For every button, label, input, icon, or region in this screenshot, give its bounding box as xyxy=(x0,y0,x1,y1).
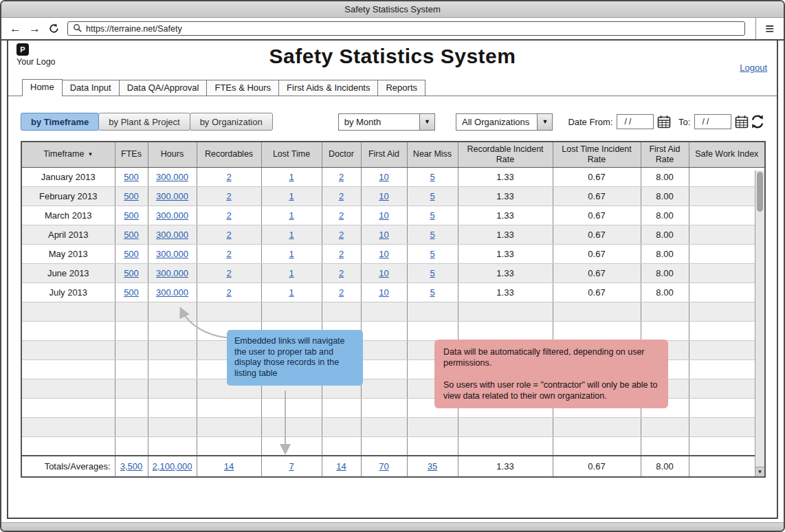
hours-link[interactable]: 300.000 xyxy=(156,230,188,240)
column-header-recordable-incident-rate[interactable]: Recordable Incident Rate xyxy=(458,142,553,167)
doctor-link[interactable]: 2 xyxy=(339,230,344,240)
view-by-plant-project-button[interactable]: by Plant & Project xyxy=(98,113,190,131)
ftes-link[interactable]: 500 xyxy=(124,210,139,221)
date-from-input[interactable]: / / xyxy=(617,114,654,129)
doctor-link[interactable]: 2 xyxy=(339,268,344,278)
menu-icon[interactable]: ≡ xyxy=(764,21,775,36)
column-header-recordables[interactable]: Recordables xyxy=(197,142,261,167)
date-to-input[interactable]: / / xyxy=(694,114,731,129)
column-header-safe-work-index[interactable]: Safe Work Index xyxy=(689,142,764,167)
vertical-scrollbar[interactable]: ▼ xyxy=(755,170,764,476)
first-aid-rate-cell: 8.00 xyxy=(641,263,689,282)
hours-link[interactable]: 300.000 xyxy=(156,210,188,221)
tab-data-input[interactable]: Data Input xyxy=(62,80,120,96)
recordables-link[interactable]: 2 xyxy=(226,268,231,278)
lost-time-link[interactable]: 1 xyxy=(289,287,294,298)
refresh-data-icon[interactable] xyxy=(749,113,766,130)
hours-link[interactable]: 2,100,000 xyxy=(153,461,192,472)
stats-table-container: Timeframe▼ FTEs Hours Recordables Lost T… xyxy=(21,141,766,478)
doctor-link[interactable]: 2 xyxy=(339,210,344,221)
near-miss-link[interactable]: 5 xyxy=(430,210,434,221)
calendar-icon[interactable] xyxy=(656,114,672,129)
calendar-icon[interactable] xyxy=(734,114,749,129)
near-miss-link[interactable]: 5 xyxy=(430,268,434,278)
logout-link[interactable]: Logout xyxy=(740,63,767,73)
first-aid-link[interactable]: 10 xyxy=(379,191,388,201)
scrollbar-thumb[interactable] xyxy=(757,172,763,212)
date-from-label: Date From: xyxy=(568,117,612,127)
column-header-doctor[interactable]: Doctor xyxy=(322,142,361,167)
hours-link[interactable]: 300.000 xyxy=(156,191,188,201)
doctor-link[interactable]: 2 xyxy=(339,249,344,259)
organization-select[interactable]: All Organizations ▼ xyxy=(456,113,553,131)
lost-time-link[interactable]: 1 xyxy=(289,172,294,182)
tab-data-qa-approval[interactable]: Data QA/Approval xyxy=(119,80,208,96)
doctor-link[interactable]: 2 xyxy=(339,287,344,298)
url-bar[interactable]: https://terraine.net/Safety xyxy=(67,21,745,36)
near-miss-link[interactable]: 5 xyxy=(430,249,434,259)
ftes-link[interactable]: 500 xyxy=(124,191,139,201)
refresh-icon[interactable] xyxy=(48,23,60,34)
lost-time-link[interactable]: 1 xyxy=(289,249,294,259)
lost-time-link[interactable]: 7 xyxy=(289,461,294,472)
hours-link[interactable]: 300.000 xyxy=(156,268,188,278)
first-aid-link[interactable]: 10 xyxy=(379,249,388,259)
recordables-link[interactable]: 2 xyxy=(226,191,231,201)
near-miss-link[interactable]: 5 xyxy=(430,230,434,240)
first-aid-link[interactable]: 10 xyxy=(379,172,388,182)
lost-time-link[interactable]: 1 xyxy=(289,268,294,278)
lost-time-link[interactable]: 1 xyxy=(289,210,294,221)
period-select[interactable]: by Month ▼ xyxy=(338,113,435,131)
empty-row xyxy=(22,321,764,340)
ftes-link[interactable]: 500 xyxy=(124,230,139,240)
tab-reports[interactable]: Reports xyxy=(377,80,425,96)
scroll-down-icon[interactable]: ▼ xyxy=(755,467,764,476)
view-by-timeframe-button[interactable]: by Timeframe xyxy=(21,113,99,131)
lost-time-link[interactable]: 1 xyxy=(289,191,294,201)
doctor-link[interactable]: 2 xyxy=(339,191,344,201)
near-miss-link[interactable]: 5 xyxy=(430,191,434,201)
column-header-hours[interactable]: Hours xyxy=(148,142,197,167)
first-aid-link[interactable]: 10 xyxy=(379,230,388,240)
recordables-link[interactable]: 2 xyxy=(226,210,231,221)
lost-time-link[interactable]: 1 xyxy=(289,230,294,240)
tab-home[interactable]: Home xyxy=(22,79,63,96)
column-header-first-aid-rate[interactable]: First Aid Rate xyxy=(641,142,689,167)
first-aid-link[interactable]: 10 xyxy=(379,287,388,298)
column-header-lost-time-incident-rate[interactable]: Lost Time Incident Rate xyxy=(553,142,641,167)
back-icon[interactable]: ← xyxy=(10,23,21,34)
recordables-link[interactable]: 2 xyxy=(226,230,231,240)
stats-table: Timeframe▼ FTEs Hours Recordables Lost T… xyxy=(22,142,764,476)
tab-ftes-hours[interactable]: FTEs & Hours xyxy=(206,80,279,96)
near-miss-link[interactable]: 5 xyxy=(430,287,434,298)
tab-first-aids-incidents[interactable]: First Aids & Incidents xyxy=(278,80,378,96)
column-header-timeframe[interactable]: Timeframe▼ xyxy=(22,142,115,167)
hours-link[interactable]: 300.000 xyxy=(156,172,188,182)
doctor-link[interactable]: 2 xyxy=(339,172,344,182)
recordables-link[interactable]: 2 xyxy=(226,172,231,182)
ftes-link[interactable]: 500 xyxy=(124,249,139,259)
forward-icon[interactable]: → xyxy=(29,23,41,34)
ftes-link[interactable]: 500 xyxy=(124,268,139,278)
view-by-organization-button[interactable]: by Organization xyxy=(190,113,273,131)
hours-link[interactable]: 300.000 xyxy=(156,287,188,298)
url-text: https://terraine.net/Safety xyxy=(86,24,182,34)
recordables-link[interactable]: 2 xyxy=(226,249,231,259)
doctor-link[interactable]: 14 xyxy=(336,461,346,472)
ftes-link[interactable]: 500 xyxy=(124,172,139,182)
column-header-ftes[interactable]: FTEs xyxy=(115,142,148,167)
column-header-near-miss[interactable]: Near Miss xyxy=(407,142,458,167)
recordables-link[interactable]: 14 xyxy=(224,461,234,472)
first-aid-link[interactable]: 10 xyxy=(379,210,388,221)
near-miss-link[interactable]: 35 xyxy=(428,461,437,472)
column-header-first-aid[interactable]: First Aid xyxy=(361,142,407,167)
ftes-link[interactable]: 500 xyxy=(124,287,139,298)
recordables-link[interactable]: 2 xyxy=(226,287,231,298)
column-header-lost-time[interactable]: Lost Time xyxy=(261,142,322,167)
hours-link[interactable]: 300.000 xyxy=(156,249,188,259)
near-miss-link[interactable]: 5 xyxy=(430,172,434,182)
first-aid-link[interactable]: 10 xyxy=(379,268,388,278)
timeframe-cell: May 2013 xyxy=(22,244,115,263)
first-aid-link[interactable]: 70 xyxy=(379,461,388,472)
ftes-link[interactable]: 3,500 xyxy=(120,461,143,472)
